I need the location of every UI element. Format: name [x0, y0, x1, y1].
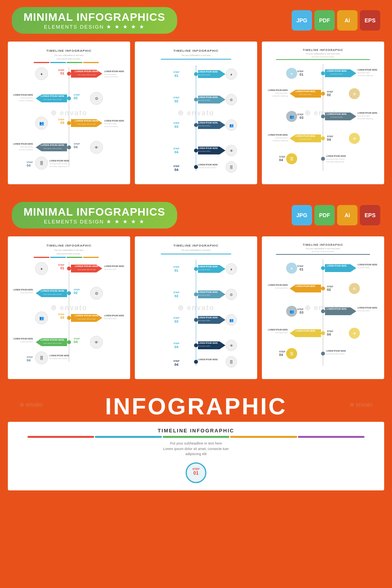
pdf-badge: PDF — [314, 10, 335, 31]
preview-card-3: ⊕ envato TIMELINE INFOGRAPHIC Put your s… — [262, 42, 384, 184]
svg-text:lorem ipsum dolor: lorem ipsum dolor — [275, 287, 288, 289]
svg-text:Put your subheadline or text h: Put your subheadline or text here — [181, 249, 211, 251]
svg-text:03: 03 — [60, 316, 64, 319]
svg-text:lorem ipsum dolor: lorem ipsum dolor — [198, 269, 211, 270]
svg-text:04: 04 — [27, 358, 31, 362]
svg-point-243 — [194, 343, 198, 347]
svg-text:LOREM IPSUM HERE: LOREM IPSUM HERE — [104, 120, 124, 122]
svg-text:lorem ipsum dolor: lorem ipsum dolor — [275, 137, 288, 139]
svg-text:🗄: 🗄 — [290, 352, 294, 356]
svg-text:consectetur adipiscing: consectetur adipiscing — [358, 118, 373, 120]
svg-text:STEP: STEP — [173, 360, 180, 362]
infographic-svg-2: TIMELINE INFOGRAPHIC Put your subheadlin… — [139, 45, 253, 179]
svg-text:LOREM IPSUM HERE: LOREM IPSUM HERE — [268, 284, 288, 286]
svg-text:04: 04 — [174, 345, 178, 349]
svg-rect-6 — [83, 62, 99, 63]
previews-row-2: ⊕ envato TIMELINE INFOGRAPHIC Put your s… — [0, 232, 392, 387]
svg-text:04: 04 — [174, 150, 178, 154]
svg-text:TIMELINE INFOGRAPHIC: TIMELINE INFOGRAPHIC — [303, 49, 343, 51]
infographic-svg-3: TIMELINE INFOGRAPHIC Put your subheadlin… — [266, 45, 380, 179]
svg-text:LOREM IPSUM HERE: LOREM IPSUM HERE — [49, 354, 69, 357]
svg-text:lorem ipsum dolor sit amet...: lorem ipsum dolor sit amet... — [57, 58, 82, 60]
svg-text:lorem ipsum dolor: lorem ipsum dolor — [20, 292, 33, 294]
svg-point-65 — [194, 72, 198, 76]
svg-text:Put your subheadline or text h: Put your subheadline or text here — [181, 54, 211, 56]
svg-point-177 — [67, 291, 71, 295]
svg-text:🗄: 🗄 — [40, 161, 44, 165]
svg-text:STEP: STEP — [173, 147, 180, 150]
svg-point-89 — [194, 149, 198, 152]
svg-text:LOREM IPSUM HERE: LOREM IPSUM HERE — [75, 265, 99, 267]
svg-rect-4 — [50, 62, 66, 63]
svg-text:LOREM IPSUM HERE: LOREM IPSUM HERE — [358, 69, 377, 71]
svg-text:LOREM IPSUM HERE: LOREM IPSUM HERE — [41, 95, 65, 97]
svg-text:LOREM IPSUM HERE: LOREM IPSUM HERE — [41, 290, 65, 292]
svg-text:LOREM IPSUM HERE: LOREM IPSUM HERE — [104, 265, 124, 267]
svg-text:LOREM IPSUM HERE: LOREM IPSUM HERE — [198, 358, 218, 361]
svg-text:👥: 👥 — [39, 316, 44, 321]
bottom-step-preview: STEP 01 — [16, 461, 376, 485]
svg-text:lorem ipsum dolor: lorem ipsum dolor — [299, 93, 312, 95]
svg-text:04: 04 — [74, 340, 78, 344]
svg-text:LOREM IPSUM HERE: LOREM IPSUM HERE — [296, 135, 316, 137]
svg-text:LOREM IPSUM HERE: LOREM IPSUM HERE — [41, 144, 65, 146]
svg-text:👥: 👥 — [229, 318, 234, 323]
envato-watermark-right: ⊕ envato — [350, 401, 372, 408]
svg-point-19 — [67, 96, 71, 100]
svg-text:LOREM IPSUM HERE: LOREM IPSUM HERE — [198, 163, 218, 166]
svg-text:LOREM IPSUM HERE: LOREM IPSUM HERE — [327, 113, 347, 115]
svg-text:LOREM IPSUM HERE: LOREM IPSUM HERE — [358, 307, 377, 309]
svg-text:👁: 👁 — [230, 344, 233, 348]
svg-text:lorem ipsum dolor: lorem ipsum dolor — [104, 318, 117, 319]
envato-watermark-left: ⊕ envato — [20, 401, 42, 408]
svg-text:lorem ipsum dolor sit amet...: lorem ipsum dolor sit amet... — [57, 252, 82, 255]
svg-text:🗄: 🗄 — [290, 157, 294, 161]
large-infographic-text: INFOGRAPHIC — [105, 393, 287, 419]
svg-rect-215 — [161, 254, 231, 254]
svg-text:LOREM IPSUM HERE: LOREM IPSUM HERE — [198, 316, 218, 319]
svg-text:01: 01 — [60, 266, 64, 270]
svg-text:🗄: 🗄 — [230, 360, 233, 364]
svg-text:LOREM IPSUM HERE: LOREM IPSUM HERE — [198, 342, 218, 344]
svg-text:02: 02 — [327, 93, 331, 97]
svg-text:LOREM IPSUM HERE: LOREM IPSUM HERE — [326, 350, 346, 352]
svg-text:LOREM IPSUM HERE: LOREM IPSUM HERE — [13, 289, 33, 291]
svg-rect-258 — [276, 254, 370, 255]
svg-text:STEP: STEP — [173, 342, 180, 345]
svg-text:LOREM IPSUM HERE: LOREM IPSUM HERE — [358, 112, 377, 114]
svg-text:sit amet consectetur: sit amet consectetur — [104, 125, 118, 127]
svg-point-97 — [194, 165, 198, 169]
svg-point-289 — [321, 331, 325, 335]
svg-text:03: 03 — [174, 319, 178, 323]
svg-text:♦: ♦ — [291, 72, 293, 76]
svg-rect-162 — [34, 257, 49, 258]
svg-point-262 — [321, 266, 325, 270]
svg-text:LOREM IPSUM HERE: LOREM IPSUM HERE — [198, 291, 218, 293]
infographic-svg-6: TIMELINE INFOGRAPHIC Put your subheadlin… — [266, 240, 380, 374]
svg-text:ipsum dolor sit amet consectet: ipsum dolor sit amet consectetur — [312, 250, 334, 252]
svg-text:lorem ipsum dolor sit amet: lorem ipsum dolor sit amet — [44, 98, 62, 100]
svg-point-167 — [67, 267, 71, 270]
svg-text:LOREM IPSUM HERE: LOREM IPSUM HERE — [198, 71, 218, 73]
svg-text:consectetur adipiscing: consectetur adipiscing — [358, 74, 373, 76]
svg-text:STEP: STEP — [173, 165, 180, 167]
svg-point-187 — [67, 316, 71, 320]
infographic-label-section: ⊕ envato INFOGRAPHIC ⊕ envato — [0, 387, 392, 422]
svg-point-235 — [194, 318, 198, 322]
format-badges-2: JPG PDF Ai EPS — [292, 205, 380, 225]
svg-point-271 — [321, 287, 325, 290]
svg-text:LOREM IPSUM HERE: LOREM IPSUM HERE — [296, 330, 316, 332]
svg-text:♦: ♦ — [291, 267, 293, 270]
svg-text:lorem ipsum dolor: lorem ipsum dolor — [330, 73, 343, 75]
svg-text:👥: 👥 — [290, 114, 294, 119]
svg-text:LOREM IPSUM HERE: LOREM IPSUM HERE — [41, 339, 65, 341]
svg-text:lorem ipsum dolor sit amet: lorem ipsum dolor sit amet — [44, 342, 62, 344]
preview-card-1: ⊕ envato TIMELINE INFOGRAPHIC Put your s… — [8, 42, 130, 184]
svg-text:LOREM IPSUM HERE: LOREM IPSUM HERE — [13, 143, 33, 145]
svg-text:lorem ipsum dolor sit amet: lorem ipsum dolor sit amet — [78, 318, 96, 320]
svg-text:STEP: STEP — [173, 122, 180, 124]
svg-text:LOREM IPSUM HERE: LOREM IPSUM HERE — [268, 134, 288, 136]
svg-text:01: 01 — [174, 269, 178, 272]
svg-text:TIMELINE INFOGRAPHIC: TIMELINE INFOGRAPHIC — [46, 49, 92, 53]
svg-point-197 — [67, 340, 71, 344]
